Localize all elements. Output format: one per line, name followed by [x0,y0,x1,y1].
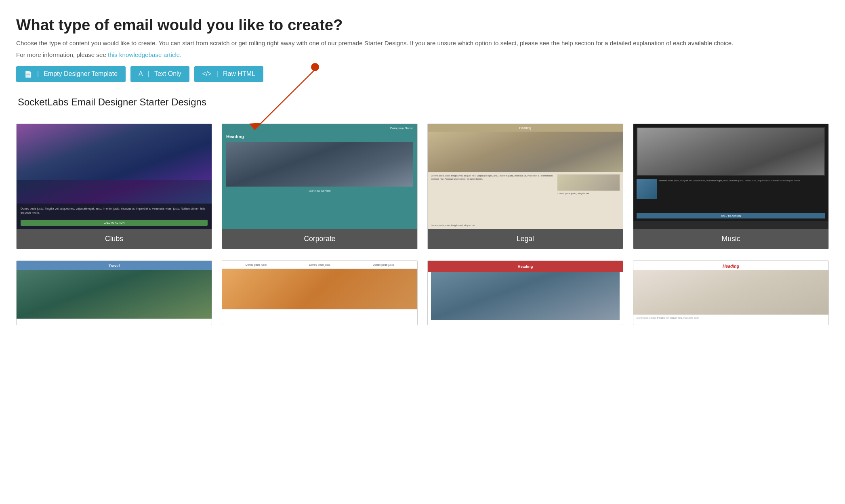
template-card-ecommerce[interactable]: Donec pede justo Donec pede justo Donec … [222,260,418,325]
realestate-image [431,272,620,320]
template-card-legal[interactable]: Heading Lorem pede justo, fringilla vel,… [427,124,623,249]
ecommerce-image [222,269,417,309]
music-label: Music [633,229,828,249]
ecommerce-header: Donec pede justo Donec pede justo Donec … [222,261,417,269]
template-card-corporate[interactable]: Company Name Heading Our New Service Cor… [222,124,418,249]
corporate-preview: Company Name Heading Our New Service [222,124,417,229]
templates-row-2: Travel Donec pede justo Donec pede justo… [16,260,829,325]
code-icon: </> [202,70,212,78]
corporate-label: Corporate [222,229,417,249]
template-card-fashion[interactable]: Heading Donec pede justo, fringilla vel,… [633,260,829,325]
clubs-preview: Donec pede justo, fringilla vel, aliquet… [17,124,212,229]
music-preview: Namus pride justo, fringilla vel, alique… [633,124,828,229]
section-divider [16,112,829,112]
document-icon: 📄 [24,70,32,78]
empty-designer-button[interactable]: 📄 | Empty Designer Template [16,66,126,82]
template-card-realestate[interactable]: Heading [427,260,623,325]
page-description: Choose the type of content you would lik… [16,39,788,48]
starter-designs-heading: SocketLabs Email Designer Starter Design… [16,97,829,108]
text-only-button[interactable]: A | Text Only [130,66,189,82]
kb-link[interactable]: this knowledgebase article. [108,51,181,58]
travel-header: Travel [17,261,212,270]
page-title: What type of email would you like to cre… [16,16,829,34]
clubs-label: Clubs [17,229,212,249]
template-type-buttons: 📄 | Empty Designer Template A | Text Onl… [16,66,829,82]
legal-preview: Heading Lorem pede justo, fringilla vel,… [428,124,623,229]
info-line: For more information, please see this kn… [16,51,829,58]
template-card-clubs[interactable]: Donec pede justo, fringilla vel, aliquet… [16,124,212,249]
text-icon: A [139,70,143,78]
template-card-travel[interactable]: Travel [16,260,212,325]
raw-html-button[interactable]: </> | Raw HTML [194,66,263,82]
fashion-image [633,270,828,315]
templates-row-1: Donec pede justo, fringilla vel, aliquet… [16,124,829,249]
template-card-music[interactable]: Namus pride justo, fringilla vel, alique… [633,124,829,249]
fashion-text: Donec pede justo, fringilla vel, aliquet… [633,315,828,321]
fashion-heading: Heading [633,261,828,270]
legal-label: Legal [428,229,623,249]
realestate-header: Heading [428,261,623,272]
travel-image [17,270,212,319]
